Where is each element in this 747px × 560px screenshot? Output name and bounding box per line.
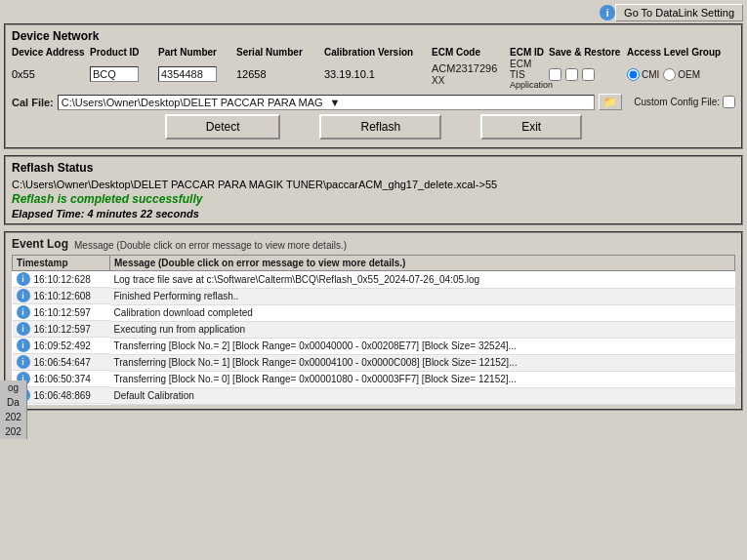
detect-button[interactable]: Detect bbox=[165, 114, 281, 140]
value-device-address: 0x55 bbox=[12, 68, 90, 80]
access-level-radios: CMI OEM bbox=[627, 68, 705, 81]
table-row[interactable]: i16:06:54:647Transferring [Block No.= 1]… bbox=[13, 354, 735, 371]
ecm-id-2: TIS bbox=[510, 69, 549, 80]
timestamp-value: 16:06:50:374 bbox=[34, 374, 91, 384]
cal-file-dropdown[interactable]: ▼ bbox=[330, 97, 341, 108]
device-network-title: Device Network bbox=[12, 29, 735, 43]
cmi-radio[interactable] bbox=[627, 68, 640, 81]
header-part-number: Part Number bbox=[158, 47, 236, 58]
header-device-address: Device Address bbox=[12, 47, 90, 58]
timestamp-value: 16:10:12:597 bbox=[34, 324, 91, 335]
sidebar-item-og[interactable]: og bbox=[0, 380, 26, 395]
info-icon: i bbox=[17, 322, 30, 336]
cmi-label: CMI bbox=[642, 69, 659, 80]
reflash-path: C:\Users\Owner\Desktop\DELET PACCAR PARA… bbox=[12, 179, 735, 190]
table-row[interactable]: i16:10:12:597Calibration download comple… bbox=[13, 304, 735, 321]
event-log-hint: Message (Double click on error message t… bbox=[74, 240, 347, 251]
exit-button[interactable]: Exit bbox=[480, 114, 582, 140]
sidebar-item-da[interactable]: Da bbox=[0, 395, 26, 410]
table-row[interactable]: i16:06:50:374Transferring [Block No.= 0]… bbox=[13, 371, 735, 387]
table-row[interactable]: i16:10:12:608Finished Performing reflash… bbox=[13, 288, 735, 304]
table-row[interactable]: i16:10:12:597Executing run from applicat… bbox=[13, 321, 735, 338]
header-product-id: Product ID bbox=[90, 47, 158, 58]
header-access-level: Access Level Group bbox=[627, 47, 705, 58]
table-row[interactable]: i16:09:52:492Transferring [Block No.= 2]… bbox=[13, 338, 735, 354]
header-ecm-id: ECM ID bbox=[510, 47, 549, 58]
col-message: Message (Double click on error message t… bbox=[110, 256, 735, 271]
device-network-panel: Device Network Device Address Product ID… bbox=[4, 23, 743, 149]
message-value: Transferring [Block No.= 0] [Block Range… bbox=[110, 371, 735, 387]
top-info-icon: i bbox=[600, 5, 615, 20]
cmi-radio-label[interactable]: CMI bbox=[627, 68, 659, 81]
cal-file-browse-button[interactable]: 📁 bbox=[599, 94, 622, 110]
table-row[interactable]: i16:10:12:628Log trace file save at c:\S… bbox=[13, 271, 735, 289]
event-log-panel: Event Log Message (Double click on error… bbox=[4, 231, 743, 411]
header-cal-version: Calibration Version bbox=[324, 47, 432, 58]
timestamp-value: 16:06:54:647 bbox=[34, 357, 91, 368]
timestamp-value: 16:06:48:869 bbox=[34, 390, 91, 401]
message-value: Transferring [Block No.= 2] [Block Range… bbox=[110, 338, 735, 354]
ecm-id-3: Application bbox=[510, 80, 549, 90]
cal-file-input[interactable]: C:\Users\Owner\Desktop\DELET PACCAR PARA… bbox=[58, 95, 595, 110]
event-log-table: Timestamp Message (Double click on error… bbox=[12, 255, 735, 405]
value-cal-version: 33.19.10.1 bbox=[324, 68, 432, 80]
tis-checkbox[interactable] bbox=[565, 68, 578, 81]
oem-radio-label[interactable]: OEM bbox=[663, 68, 700, 81]
reflash-status-title: Reflash Status bbox=[12, 161, 735, 175]
timestamp-value: 16:10:12:608 bbox=[34, 291, 91, 301]
custom-config-checkbox[interactable] bbox=[723, 96, 735, 108]
reflash-button[interactable]: Reflash bbox=[319, 114, 441, 140]
save-restore-checkboxes bbox=[549, 68, 627, 81]
cal-file-path: C:\Users\Owner\Desktop\DELET PACCAR PARA… bbox=[62, 97, 323, 108]
info-icon: i bbox=[17, 339, 30, 352]
sidebar-item-202-1[interactable]: 202 bbox=[0, 410, 26, 424]
ecm-id-values: ECM TIS Application bbox=[510, 59, 549, 90]
message-value: Finished Performing reflash.. bbox=[110, 288, 735, 304]
part-number-input[interactable]: 4354488 bbox=[158, 66, 217, 82]
sidebar-partial: og Da 202 202 bbox=[0, 380, 27, 439]
header-save-restore: Save & Restore bbox=[549, 47, 627, 58]
app-checkbox[interactable] bbox=[582, 68, 595, 81]
value-part-number: 4354488 bbox=[158, 66, 236, 82]
info-icon: i bbox=[17, 289, 30, 302]
info-icon: i bbox=[17, 305, 30, 319]
main-container: i Go To DataLink Setting Device Network … bbox=[0, 0, 747, 560]
ecm-code-value: ACM2317296 bbox=[432, 62, 497, 74]
top-section: i Go To DataLink Setting bbox=[4, 4, 743, 21]
reflash-success-message: Reflash is completed successfully bbox=[12, 192, 735, 206]
button-row: Detect Reflash Exit bbox=[12, 114, 735, 140]
ecm-checkbox[interactable] bbox=[549, 68, 561, 81]
timestamp-value: 16:10:12:597 bbox=[34, 307, 91, 318]
reflash-status-panel: Reflash Status C:\Users\Owner\Desktop\DE… bbox=[4, 155, 743, 225]
cal-file-row: Cal File: C:\Users\Owner\Desktop\DELET P… bbox=[12, 94, 735, 110]
product-id-input[interactable]: BCQ bbox=[90, 66, 139, 82]
custom-config-label: Custom Config File: bbox=[634, 97, 720, 107]
table-row[interactable]: i16:06:48:869Default Calibration bbox=[13, 387, 735, 404]
value-ecm-code: ACM2317296 XX bbox=[432, 62, 510, 86]
datalink-button[interactable]: Go To DataLink Setting bbox=[615, 4, 743, 21]
reflash-elapsed-time: Elapsed Time: 4 minutes 22 seconds bbox=[12, 208, 735, 220]
timestamp-value: 16:09:52:492 bbox=[34, 340, 91, 351]
info-icon: i bbox=[17, 272, 30, 286]
timestamp-value: 16:10:12:628 bbox=[34, 274, 91, 285]
header-ecm-code: ECM Code bbox=[432, 47, 510, 58]
event-log-title: Event Log bbox=[12, 237, 68, 251]
ecm-code-suffix: XX bbox=[432, 75, 444, 86]
oem-label: OEM bbox=[678, 69, 700, 80]
cal-file-label: Cal File: bbox=[12, 97, 54, 108]
message-value: Log trace file save at c:\Software\Calte… bbox=[110, 271, 735, 289]
oem-radio[interactable] bbox=[663, 68, 676, 81]
message-value: Default Calibration bbox=[110, 387, 735, 404]
col-timestamp: Timestamp bbox=[13, 256, 110, 271]
value-serial-number: 12658 bbox=[236, 68, 324, 80]
message-value: Transferring [Block No.= 1] [Block Range… bbox=[110, 354, 735, 371]
info-icon: i bbox=[17, 355, 30, 369]
message-value: Executing run from application bbox=[110, 321, 735, 338]
custom-config-section: Custom Config File: bbox=[634, 96, 735, 108]
ecm-id-1: ECM bbox=[510, 59, 549, 69]
message-value: Calibration download completed bbox=[110, 304, 735, 321]
value-product-id: BCQ bbox=[90, 66, 158, 82]
sidebar-item-202-2[interactable]: 202 bbox=[0, 424, 26, 439]
header-serial-number: Serial Number bbox=[236, 47, 324, 58]
